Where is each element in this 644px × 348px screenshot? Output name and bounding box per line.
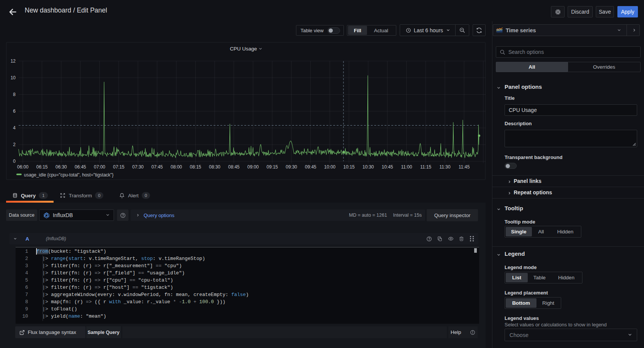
- svg-text:08:00: 08:00: [171, 164, 182, 170]
- svg-text:12: 12: [11, 58, 16, 64]
- svg-text:11:45: 11:45: [459, 164, 470, 170]
- svg-text:10:00: 10:00: [324, 164, 335, 170]
- svg-text:4: 4: [13, 125, 16, 131]
- svg-text:06:30: 06:30: [55, 164, 67, 170]
- svg-text:09:00: 09:00: [247, 164, 259, 170]
- svg-text:6: 6: [13, 109, 16, 114]
- svg-text:07:15: 07:15: [113, 164, 124, 170]
- svg-text:09:30: 09:30: [286, 164, 297, 170]
- svg-text:11:15: 11:15: [420, 164, 431, 170]
- svg-text:08:30: 08:30: [209, 164, 220, 170]
- svg-text:11:00: 11:00: [401, 164, 412, 170]
- svg-text:0: 0: [13, 159, 16, 164]
- svg-text:8: 8: [13, 92, 16, 97]
- svg-text:usage_idle {cpu="cpu-total", h: usage_idle {cpu="cpu-total", host="tigst…: [24, 172, 114, 178]
- svg-text:11:30: 11:30: [439, 164, 450, 170]
- svg-text:06:00: 06:00: [17, 164, 28, 170]
- svg-text:06:45: 06:45: [74, 164, 86, 170]
- svg-text:09:45: 09:45: [305, 164, 316, 170]
- svg-text:10:45: 10:45: [381, 164, 393, 170]
- svg-text:10:30: 10:30: [362, 164, 374, 170]
- svg-text:08:45: 08:45: [228, 164, 239, 170]
- svg-text:2: 2: [13, 142, 16, 147]
- svg-text:10:15: 10:15: [343, 164, 354, 170]
- svg-text:07:00: 07:00: [94, 164, 105, 170]
- svg-text:06:15: 06:15: [36, 164, 47, 170]
- svg-text:08:15: 08:15: [190, 164, 201, 170]
- svg-text:07:45: 07:45: [151, 164, 163, 170]
- svg-text:10: 10: [11, 75, 16, 80]
- svg-text:09:15: 09:15: [266, 164, 278, 170]
- svg-text:07:30: 07:30: [132, 164, 144, 170]
